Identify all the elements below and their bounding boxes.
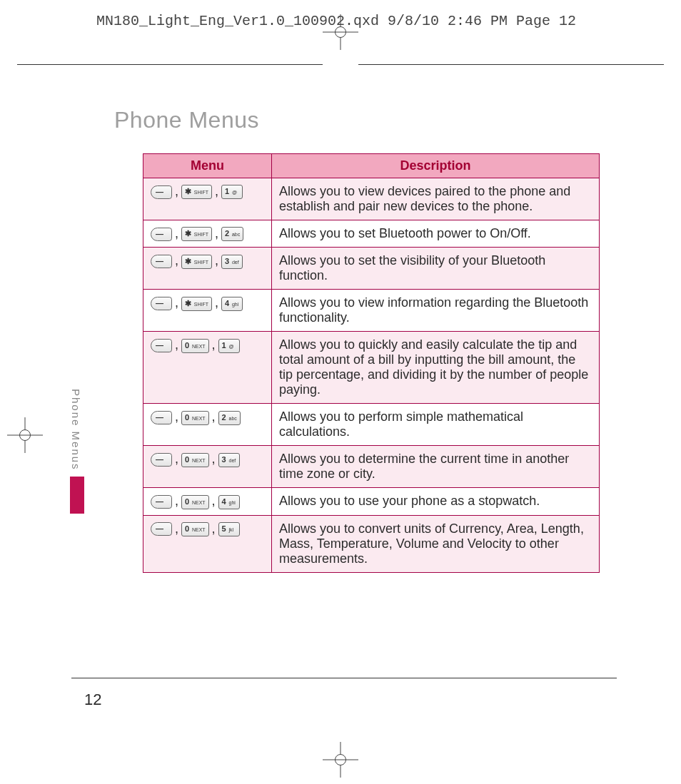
- key-soft: —: [151, 522, 172, 536]
- menu-description: Allows you to convert units of Currency,…: [272, 515, 600, 572]
- key-k5: 5 jkl: [218, 522, 240, 536]
- key-k2: 2 abc: [221, 227, 243, 241]
- page-title: Phone Menus: [114, 107, 617, 133]
- key-soft: —: [151, 228, 172, 241]
- table-row: —,0 NEXT,3 defAllows you to determine th…: [143, 446, 600, 488]
- key-zero: 0 NEXT: [181, 453, 209, 467]
- table-row: —,✱ SHIFT,2 abcAllows you to set Bluetoo…: [143, 220, 600, 248]
- side-tab-bar: [70, 477, 84, 514]
- key-star: ✱ SHIFT: [181, 255, 212, 269]
- page-number: 12: [84, 691, 101, 709]
- key-zero: 0 NEXT: [181, 495, 209, 509]
- key-star: ✱ SHIFT: [181, 227, 212, 241]
- key-zero: 0 NEXT: [181, 411, 209, 425]
- menu-keys: —,✱ SHIFT,1 @: [143, 178, 272, 220]
- table-row: —,✱ SHIFT,3 defAllows you to set the vis…: [143, 248, 600, 290]
- key-soft: —: [151, 411, 172, 424]
- key-k4: 4 ghi: [218, 495, 240, 509]
- menu-keys: —,0 NEXT,3 def: [143, 446, 272, 488]
- key-zero: 0 NEXT: [181, 522, 209, 536]
- table-row: —,✱ SHIFT,4 ghiAllows you to view inform…: [143, 290, 600, 332]
- print-slug: MN180_Light_Eng_Ver1.0_100902.qxd 9/8/10…: [96, 13, 681, 29]
- key-soft: —: [151, 453, 172, 467]
- crop-mark-bottom: [323, 742, 358, 778]
- menu-keys: —,✱ SHIFT,3 def: [143, 248, 272, 290]
- key-k1: 1 @: [221, 185, 243, 199]
- menu-description: Allows you to perform simple mathematica…: [272, 404, 600, 446]
- table-row: —,0 NEXT,2 abcAllows you to perform simp…: [143, 404, 600, 446]
- crop-mark-left: [7, 417, 43, 453]
- key-k3: 3 def: [221, 255, 243, 269]
- menu-description: Allows you to determine the current time…: [272, 446, 600, 488]
- key-k4: 4 ghi: [221, 297, 243, 311]
- table-row: —,0 NEXT,5 jklAllows you to convert unit…: [143, 515, 600, 572]
- key-k2: 2 abc: [218, 411, 241, 425]
- menu-keys: —,✱ SHIFT,2 abc: [143, 220, 272, 248]
- key-soft: —: [151, 297, 172, 310]
- menu-keys: —,0 NEXT,4 ghi: [143, 488, 272, 515]
- menu-keys: —,0 NEXT,2 abc: [143, 404, 272, 446]
- key-soft: —: [151, 255, 172, 268]
- menu-table: Menu Description —,✱ SHIFT,1 @Allows you…: [143, 153, 600, 573]
- key-soft: —: [151, 185, 172, 199]
- menu-description: Allows you to view devices paired to the…: [272, 178, 600, 220]
- key-star: ✱ SHIFT: [181, 185, 212, 199]
- key-soft: —: [151, 339, 172, 352]
- menu-description: Allows you to set the visibility of your…: [272, 248, 600, 290]
- key-zero: 0 NEXT: [181, 339, 209, 353]
- side-tab: Phone Menus: [70, 389, 86, 514]
- table-row: —,✱ SHIFT,1 @Allows you to view devices …: [143, 178, 600, 220]
- key-star: ✱ SHIFT: [181, 297, 212, 311]
- key-k1: 1 @: [218, 339, 240, 353]
- menu-keys: —,0 NEXT,1 @: [143, 332, 272, 404]
- menu-description: Allows you to quickly and easily calcula…: [272, 332, 600, 404]
- menu-description: Allows you to use your phone as a stopwa…: [272, 488, 600, 515]
- page-rule-bottom: [71, 678, 617, 678]
- table-row: —,0 NEXT,1 @Allows you to quickly and ea…: [143, 332, 600, 404]
- side-tab-label: Phone Menus: [70, 389, 82, 471]
- col-header-menu: Menu: [143, 154, 272, 178]
- menu-description: Allows you to view information regarding…: [272, 290, 600, 332]
- menu-keys: —,✱ SHIFT,4 ghi: [143, 290, 272, 332]
- menu-keys: —,0 NEXT,5 jkl: [143, 515, 272, 572]
- menu-description: Allows you to set Bluetooth power to On/…: [272, 220, 600, 248]
- col-header-description: Description: [272, 154, 600, 178]
- key-soft: —: [151, 495, 172, 509]
- table-row: —,0 NEXT,4 ghiAllows you to use your pho…: [143, 488, 600, 515]
- key-k3: 3 def: [218, 453, 240, 467]
